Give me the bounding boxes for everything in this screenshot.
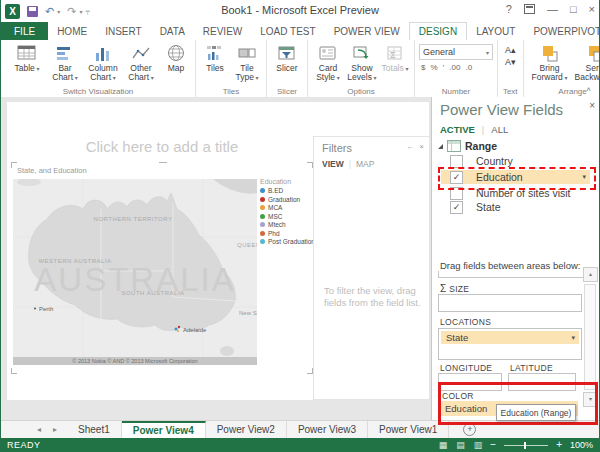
group-label: Text [498, 87, 523, 96]
work-area: Click here to add a title State, and Edu… [1, 97, 599, 420]
increase-decimal-icon[interactable]: .00 [449, 63, 460, 72]
bar-chart-icon [55, 43, 75, 63]
tab-layout[interactable]: LAYOUT [467, 22, 524, 40]
totals-button[interactable]: Σ Totals [380, 42, 410, 73]
tab-review[interactable]: REVIEW [194, 22, 251, 40]
field-dropdown-icon[interactable]: ▾ [571, 334, 575, 342]
sheet-tab-power-view2[interactable]: Power View2 [206, 421, 287, 438]
sheet-tab-sheet1[interactable]: Sheet1 [67, 421, 122, 438]
close-button[interactable]: × [589, 3, 595, 15]
sheet-tab-power-view4[interactable]: Power View4 [122, 421, 206, 438]
minimize-button[interactable]: — [547, 3, 558, 15]
group-slicer: Slicer Slicer [267, 40, 308, 97]
title-bar: X ↶ ▾ ↷ ▾ ╤ Book1 - Microsoft Excel Prev… [1, 0, 599, 22]
decrease-decimal-icon[interactable]: .0 [465, 63, 472, 72]
ribbon-display-options-icon[interactable] [524, 4, 535, 14]
legend-item: MSC [260, 213, 310, 220]
filters-tab-view[interactable]: VIEW [322, 159, 344, 169]
collapse-ribbon-icon[interactable]: ˄ [586, 85, 591, 94]
zoom-percentage[interactable]: 100% [570, 440, 593, 450]
pane-tab-all[interactable]: ALL [491, 124, 508, 135]
map-legend: Education B.ED Graduation MCA MSC Mtech … [260, 178, 310, 247]
map-title: State, and Education [17, 166, 87, 175]
scroll-up-button[interactable]: ▴ [583, 267, 598, 282]
filters-title: Filters [322, 142, 352, 154]
zoom-slider-thumb[interactable] [524, 442, 526, 449]
field-row-state[interactable]: ✓ State [432, 201, 600, 215]
tiles-button[interactable]: Tiles [200, 42, 230, 73]
svg-text:QUEENSLAND: QUEENSLAND [237, 242, 257, 248]
filters-tab-map[interactable]: MAP [356, 159, 374, 169]
map-copyright: © 2013 Nokia © AND © 2013 Microsoft Corp… [13, 357, 257, 365]
map-visualization[interactable]: State, and Education [13, 164, 311, 372]
sheet-nav-right-icon[interactable]: ▸ [53, 425, 57, 434]
map-button[interactable]: Map [161, 42, 191, 73]
table-node-range[interactable]: Range [438, 140, 497, 152]
bring-forward-button[interactable]: Bring Forward [528, 42, 572, 83]
sheet-tab-power-view3[interactable]: Power View3 [287, 421, 368, 438]
legend-dot [260, 205, 265, 210]
title-placeholder[interactable]: Click here to add a title [7, 138, 317, 155]
number-format-select[interactable]: General ▾ [419, 44, 493, 60]
power-view-fields-pane: × Power View Fields ACTIVE | ALL Range C… [431, 97, 600, 420]
table-button[interactable]: Table [9, 42, 45, 73]
decrease-font-button[interactable]: A▾ [505, 57, 516, 67]
comma-style-icon[interactable]: ’ [443, 63, 445, 72]
pane-tab-active[interactable]: ACTIVE [440, 124, 475, 135]
state-checkbox[interactable]: ✓ [450, 201, 463, 214]
help-button[interactable]: ? [506, 3, 512, 15]
table-node-icon [447, 140, 461, 152]
expand-triangle-icon[interactable] [438, 144, 443, 149]
selection-handle[interactable] [11, 368, 17, 374]
tab-file[interactable]: FILE [1, 22, 48, 40]
zoom-out-button[interactable]: − [490, 440, 496, 450]
legend-item: Post Graduation [260, 238, 310, 245]
selection-handle[interactable] [159, 162, 167, 163]
card-style-button[interactable]: Card Style [312, 42, 344, 83]
tile-type-button[interactable]: Tile Type [232, 42, 262, 83]
page-layout-view-icon[interactable]: ▤ [456, 440, 465, 450]
maximize-button[interactable]: □ [570, 3, 577, 15]
slicer-button[interactable]: Slicer [271, 42, 303, 73]
size-well[interactable] [438, 294, 582, 312]
normal-view-icon[interactable]: ▦ [439, 440, 448, 450]
svg-text:Perth: Perth [39, 306, 53, 312]
tab-home[interactable]: HOME [48, 22, 96, 40]
zoom-slider[interactable] [504, 445, 548, 446]
filters-popout-icon[interactable]: ← [406, 142, 414, 151]
page-break-view-icon[interactable]: ▥ [474, 440, 483, 450]
increase-font-button[interactable]: A▴ [505, 45, 516, 55]
tab-powerpivot[interactable]: POWERPIVOT [524, 22, 600, 40]
legend-dot [260, 188, 265, 193]
locations-field-state[interactable]: State ▾ [441, 331, 579, 344]
svg-text:WESTERN AUSTRALIA: WESTERN AUSTRALIA [38, 258, 111, 264]
scrollbar-track[interactable] [584, 284, 596, 390]
tab-load-test[interactable]: LOAD TEST [251, 22, 324, 40]
accounting-format-icon[interactable]: $ [421, 63, 425, 72]
map-canvas[interactable]: AUSTRALIA NORTHERN TERRITORY WESTERN AUS… [13, 179, 257, 365]
zoom-in-button[interactable]: + [556, 440, 562, 450]
bar-chart-button[interactable]: Bar Chart [47, 42, 83, 83]
locations-well[interactable]: State ▾ [438, 328, 582, 360]
pane-close-icon[interactable]: × [589, 100, 595, 111]
show-levels-button[interactable]: Show Levels [346, 42, 378, 83]
tab-power-view[interactable]: POWER VIEW [325, 22, 409, 40]
annotation-dashed-red-box [438, 167, 596, 190]
ribbon: Table Bar Chart Column Chart Other Chart [1, 40, 599, 98]
filters-close-icon[interactable]: × [419, 142, 424, 151]
other-chart-button[interactable]: Other Chart [123, 42, 159, 83]
tab-design[interactable]: DESIGN [409, 22, 467, 40]
tile-type-icon [237, 43, 257, 63]
svg-text:SOUTH AUSTRALIA: SOUTH AUSTRALIA [121, 290, 184, 296]
send-backward-button[interactable]: Send Backward [574, 42, 600, 83]
group-options: Card Style Show Levels Σ Totals Options [308, 40, 415, 97]
sheet-nav-left-icon[interactable]: ◂ [37, 425, 41, 434]
ribbon-tab-row: FILE HOME INSERT DATA REVIEW LOAD TEST P… [1, 22, 599, 40]
column-chart-icon [93, 43, 113, 63]
line-chart-icon [131, 43, 151, 63]
tab-insert[interactable]: INSERT [96, 22, 151, 40]
slicer-icon [277, 43, 297, 63]
percent-style-icon[interactable]: % [430, 63, 437, 72]
column-chart-button[interactable]: Column Chart [85, 42, 121, 83]
tab-data[interactable]: DATA [151, 22, 194, 40]
